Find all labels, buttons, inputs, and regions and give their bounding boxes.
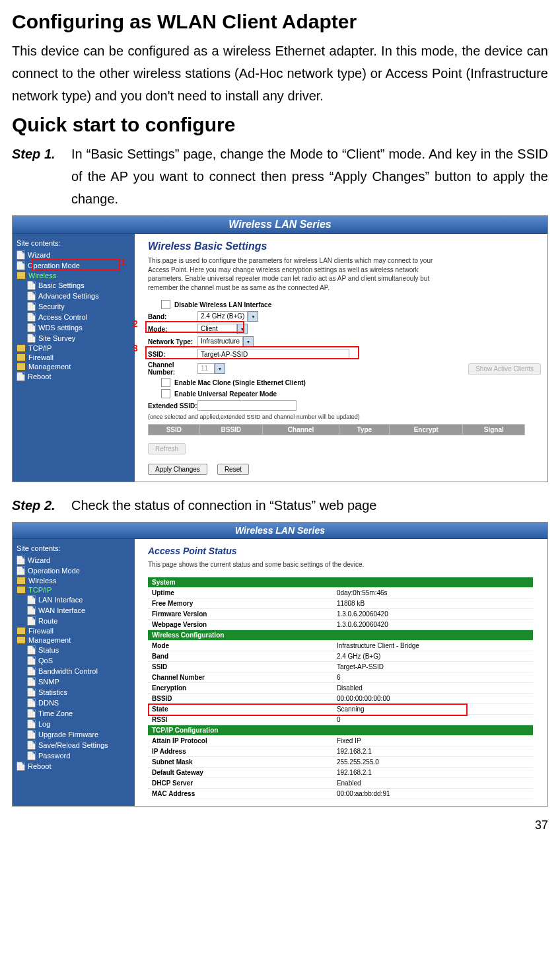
show-active-clients-button[interactable]: Show Active Clients xyxy=(468,363,541,375)
col-channel: Channel xyxy=(262,425,339,435)
screenshot-status: Wireless LAN Series Site contents: Wizar… xyxy=(12,522,548,807)
sidebar-item-wireless[interactable]: Wireless xyxy=(17,271,132,280)
chevron-down-icon[interactable]: ▼ xyxy=(215,363,225,374)
reset-button[interactable]: Reset xyxy=(217,464,249,475)
table-row: BSSID00:00:00:00:00:00 xyxy=(148,693,533,703)
table-row: IP Address192.168.2.1 xyxy=(148,746,533,756)
sidebar-item-tcpip[interactable]: TCP/IP xyxy=(17,343,132,353)
channel-number-select[interactable]: 11 xyxy=(197,363,215,374)
sidebar-item-site-survey[interactable]: Site Survey xyxy=(27,333,99,343)
sidebar-item-firewall[interactable]: Firewall xyxy=(17,626,132,635)
step2-text: Check the status of connection in “Statu… xyxy=(71,494,548,517)
table-row: ModeInfrastructure Client - Bridge xyxy=(148,640,533,651)
sidebar-item-advanced-settings[interactable]: Advanced Settings xyxy=(27,291,99,301)
extended-ssid-input[interactable] xyxy=(197,400,297,411)
step2-label: Step 2. xyxy=(12,494,71,517)
table-row: EncryptionDisabled xyxy=(148,682,533,693)
sidebar-item-statistics[interactable]: Statistics xyxy=(27,687,108,698)
col-signal: Signal xyxy=(463,425,525,435)
sidebar-item-operation-mode[interactable]: Operation Mode xyxy=(17,565,132,576)
table-row: Free Memory11808 kB xyxy=(148,598,533,608)
sidebar-item-lan-interface[interactable]: LAN Interface xyxy=(27,595,85,605)
sidebar-item-management[interactable]: Management xyxy=(17,635,132,645)
mac-clone-label: Enable Mac Clone (Single Ethernet Client… xyxy=(174,379,306,386)
apply-changes-button[interactable]: Apply Changes xyxy=(148,464,207,475)
sidebar-item-route[interactable]: Route xyxy=(27,616,85,626)
sidebar-panel: Site contents: Wizard Operation Mode Wir… xyxy=(13,539,135,806)
heading-configuring: Configuring as WLAN Client Adapter xyxy=(12,11,548,33)
extended-ssid-label: Extended SSID: xyxy=(148,402,197,410)
chevron-down-icon[interactable]: ▼ xyxy=(248,311,258,322)
page-icon xyxy=(27,645,36,655)
folder-icon xyxy=(17,577,26,585)
sidebar-item-reboot[interactable]: Reboot xyxy=(17,761,132,772)
page-icon xyxy=(27,730,36,739)
sidebar-header: Site contents: xyxy=(17,239,132,247)
sidebar-item-wireless[interactable]: Wireless xyxy=(17,576,132,585)
sidebar-item-log[interactable]: Log xyxy=(27,719,108,729)
sidebar-item-status[interactable]: Status xyxy=(27,645,108,655)
step1-label: Step 1. xyxy=(12,143,71,210)
network-type-select[interactable]: Infrastructure xyxy=(197,336,243,347)
sidebar-item-management[interactable]: Management xyxy=(17,362,132,371)
sidebar-item-bandwidth-control[interactable]: Bandwidth Control xyxy=(27,666,108,676)
table-row: Band2.4 GHz (B+G) xyxy=(148,651,533,661)
sidebar-item-security[interactable]: Security xyxy=(27,301,99,312)
page-icon xyxy=(27,751,36,760)
page-icon xyxy=(27,656,36,665)
window-titlebar: Wireless LAN Series xyxy=(13,216,547,234)
callout-marker-3: 3 xyxy=(133,343,138,353)
page-icon xyxy=(17,762,25,771)
sidebar-item-basic-settings[interactable]: Basic Settings xyxy=(27,280,99,291)
highlight-mode-row xyxy=(145,321,244,333)
page-icon xyxy=(27,677,36,686)
sidebar-panel: Site contents: Wizard Operation Mode Wir… xyxy=(13,234,135,482)
col-bssid: BSSID xyxy=(199,425,262,435)
page-icon xyxy=(27,698,36,707)
folder-icon xyxy=(17,344,26,352)
refresh-button[interactable]: Refresh xyxy=(148,443,186,454)
callout-marker-1: 1 xyxy=(121,257,126,268)
band-select[interactable]: 2.4 GHz (B+G) xyxy=(197,311,248,322)
screenshot-basic-settings: Wireless LAN Series Site contents: Wizar… xyxy=(12,215,548,482)
table-row: Default Gateway192.168.2.1 xyxy=(148,767,533,777)
page-icon xyxy=(27,740,36,750)
section-wireless-config: Wireless Configuration xyxy=(148,630,533,640)
page-icon xyxy=(17,556,25,565)
sidebar-item-wan-interface[interactable]: WAN Interface xyxy=(27,605,85,616)
highlight-basic-settings xyxy=(32,259,120,271)
page-number: 37 xyxy=(12,818,548,832)
sidebar-item-wizard[interactable]: Wizard xyxy=(17,555,132,565)
sidebar-item-password[interactable]: Password xyxy=(27,750,108,761)
sidebar-item-time-zone[interactable]: Time Zone xyxy=(27,708,108,719)
mac-clone-checkbox[interactable] xyxy=(161,378,170,387)
page-icon xyxy=(17,250,25,260)
status-table: System Uptime0day:0h:55m:46s Free Memory… xyxy=(148,577,533,799)
sidebar-item-qos[interactable]: QoS xyxy=(27,655,108,666)
sidebar-item-wds-settings[interactable]: WDS settings xyxy=(27,322,99,333)
disable-wlan-checkbox[interactable] xyxy=(161,300,170,309)
sidebar-item-ddns[interactable]: DDNS xyxy=(27,698,108,708)
page-icon xyxy=(27,688,36,697)
sidebar-item-save-reload-settings[interactable]: Save/Reload Settings xyxy=(27,740,108,750)
folder-icon xyxy=(17,586,26,594)
sidebar-item-snmp[interactable]: SNMP xyxy=(27,676,108,687)
scan-result-table: SSID BSSID Channel Type Encrypt Signal xyxy=(148,424,525,435)
page-icon xyxy=(27,334,36,343)
universal-repeater-checkbox[interactable] xyxy=(161,389,170,398)
page-icon xyxy=(27,312,36,322)
sidebar-item-tcpip[interactable]: TCP/IP xyxy=(17,585,132,595)
highlight-ssid-row xyxy=(145,346,359,359)
sidebar-item-access-control[interactable]: Access Control xyxy=(27,312,99,322)
folder-icon xyxy=(17,627,26,635)
content-title: Access Point Status xyxy=(148,546,541,556)
chevron-down-icon[interactable]: ▼ xyxy=(243,336,254,347)
content-description: This page is used to configure the param… xyxy=(148,256,452,292)
network-type-label: Network Type: xyxy=(148,338,197,345)
channel-number-label: Channel Number: xyxy=(148,361,197,376)
sidebar-item-upgrade-firmware[interactable]: Upgrade Firmware xyxy=(27,729,108,740)
page-icon xyxy=(27,606,36,615)
sidebar-item-reboot[interactable]: Reboot xyxy=(17,371,132,382)
table-row: Uptime0day:0h:55m:46s xyxy=(148,587,533,598)
sidebar-item-firewall[interactable]: Firewall xyxy=(17,353,132,362)
